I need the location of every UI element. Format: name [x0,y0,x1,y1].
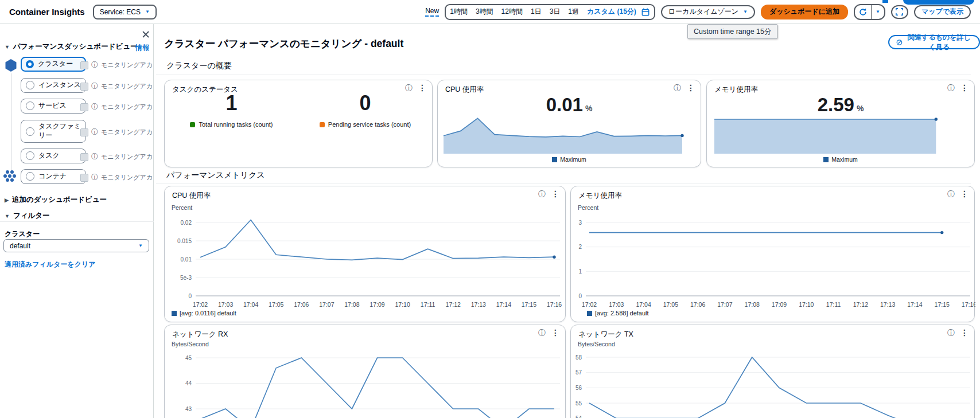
time-range-1w[interactable]: 1週 [564,5,583,19]
kebab-menu-icon[interactable]: ⋮ [960,84,969,92]
chevron-down-icon: ▼ [145,10,150,14]
calendar-icon[interactable] [640,5,654,19]
info-circle-icon[interactable]: ⓘ [91,102,98,112]
kebab-menu-icon[interactable]: ⋮ [960,190,969,198]
filters-header[interactable]: ▼フィルター [5,211,50,221]
mem-metric-legend[interactable]: [avg: 2.588] default [587,310,649,317]
close-sidebar-button[interactable] [141,30,151,40]
info-icon[interactable]: ⓘ [947,190,955,198]
svg-text:2: 2 [578,244,582,250]
overview-section-title[interactable]: クラスターの概要 [166,61,232,71]
cpu-metric-legend[interactable]: [avg: 0.0116] default [172,310,236,317]
monitoring-account-row: ⓘ モニタリングアカウ... [80,102,153,112]
tx-metric-chart[interactable]: 5857565554 [571,348,975,418]
additional-views-header[interactable]: ▶追加のダッシュボードビュー [5,195,107,205]
info-circle-icon[interactable]: ⓘ [91,81,98,91]
card-title: CPU 使用率 [445,85,484,95]
time-range-1d[interactable]: 1日 [527,5,546,19]
service-selector-button[interactable]: Service: ECS ▼ [93,5,157,19]
svg-text:0.015: 0.015 [177,238,192,244]
refresh-options-button[interactable]: ▼ [872,5,884,19]
monitoring-account-checkbox[interactable] [80,174,88,182]
card-title: CPU 使用率 [172,191,211,201]
time-range-12h[interactable]: 12時間 [497,5,527,19]
section-divider [156,183,971,183]
rx-metric-chart[interactable]: 454443 [165,348,566,418]
clear-filters-link[interactable]: 適用済みフィルターをクリア [5,260,96,269]
info-link[interactable]: 情報 [135,43,149,53]
info-circle-icon[interactable]: ⓘ [91,127,98,137]
running-tasks-legend: Total running tasks (count) [165,121,298,128]
related-items-button[interactable]: 関連するものを詳しく見る [888,35,980,49]
map-view-button[interactable]: マップで表示 [914,5,971,19]
compass-icon [896,38,903,46]
metrics-section-title[interactable]: パフォーマンスメトリクス [166,170,265,181]
view-radio-task[interactable]: タスク [21,149,86,163]
mem-overview-value: 2.59% [707,94,974,116]
info-icon[interactable]: ⓘ [405,84,413,92]
map-view-label: マップで表示 [921,7,963,17]
cpu-spark-chart[interactable] [443,115,684,154]
view-radio-service[interactable]: サービス [21,99,86,114]
section-divider [0,221,154,222]
time-range-1h[interactable]: 1時間 [446,5,472,19]
cpu-metric-chart[interactable]: 0.020.0150.015e-3017:0217:0317:0417:0517… [165,212,566,310]
svg-text:17:10: 17:10 [395,301,410,308]
svg-text:17:07: 17:07 [717,301,732,308]
time-range-3h[interactable]: 3時間 [472,5,497,19]
timezone-dropdown[interactable]: ローカルタイムゾーン ▼ [661,5,755,19]
top-bar: Container Insights Service: ECS ▼ New 1時… [0,0,980,24]
cutoff-primary-button[interactable] [903,0,974,5]
kebab-menu-icon[interactable]: ⋮ [960,329,969,337]
view-radio-container[interactable]: コンテナ [21,169,86,184]
svg-text:55: 55 [575,400,582,407]
monitoring-account-checkbox[interactable] [80,103,88,111]
svg-text:17:06: 17:06 [294,301,309,308]
kebab-menu-icon[interactable]: ⋮ [687,84,695,92]
info-circle-icon[interactable]: ⓘ [91,60,98,70]
card-title: メモリ使用率 [714,85,758,95]
monitoring-account-checkbox[interactable] [80,153,88,161]
monitoring-account-checkbox[interactable] [80,61,88,69]
view-radio-cluster[interactable]: クラスター [21,57,86,72]
add-to-dashboard-button[interactable]: ダッシュボードに追加 [761,5,848,19]
cluster-filter-value: default [10,242,30,250]
info-icon[interactable]: ⓘ [674,84,681,92]
info-circle-icon[interactable]: ⓘ [91,152,98,162]
info-icon[interactable]: ⓘ [947,329,955,337]
mem-metric-chart[interactable]: 321017:0217:0317:0417:0517:0617:0717:081… [571,212,975,310]
svg-text:17:16: 17:16 [547,301,562,308]
green-dot-icon [190,122,195,127]
chevron-down-icon: ▼ [5,213,10,219]
view-radio-task-family[interactable]: タスクファミリー [21,120,86,143]
kebab-menu-icon[interactable]: ⋮ [551,190,559,198]
cluster-filter-select[interactable]: default ▼ [3,239,149,252]
monitoring-account-checkbox[interactable] [80,83,88,91]
legend-color-swatch [823,157,829,162]
monitoring-account-checkbox[interactable] [80,128,88,136]
info-circle-icon[interactable]: ⓘ [91,173,98,182]
view-radio-instance[interactable]: インスタンス [21,78,86,93]
info-icon[interactable]: ⓘ [538,190,546,198]
svg-text:58: 58 [575,354,582,361]
svg-text:17:11: 17:11 [421,301,435,308]
kebab-menu-icon[interactable]: ⋮ [551,329,559,337]
radio-icon [26,172,34,181]
card-title: メモリ使用率 [578,191,622,201]
svg-text:43: 43 [185,406,192,412]
svg-text:17:02: 17:02 [193,301,208,308]
svg-text:17:15: 17:15 [522,301,536,308]
cutoff-button-nub [882,0,888,3]
mem-spark-chart[interactable] [714,115,960,154]
custom-range-button[interactable]: カスタム (15分) [583,5,640,19]
kebab-menu-icon[interactable]: ⋮ [418,84,426,92]
refresh-button[interactable] [855,5,872,19]
time-range-3d[interactable]: 3日 [546,5,565,19]
info-icon[interactable]: ⓘ [947,84,955,92]
info-icon[interactable]: ⓘ [538,329,546,337]
monitoring-account-label: モニタリングアカウ... [101,128,153,136]
pending-tasks-block: 0 Pending service tasks (count) [298,93,432,128]
fullscreen-button[interactable] [891,5,908,19]
running-tasks-block: 1 Total running tasks (count) [165,93,298,128]
dashboard-view-section-header[interactable]: ▼パフォーマンスダッシュボードビュー [5,42,138,52]
